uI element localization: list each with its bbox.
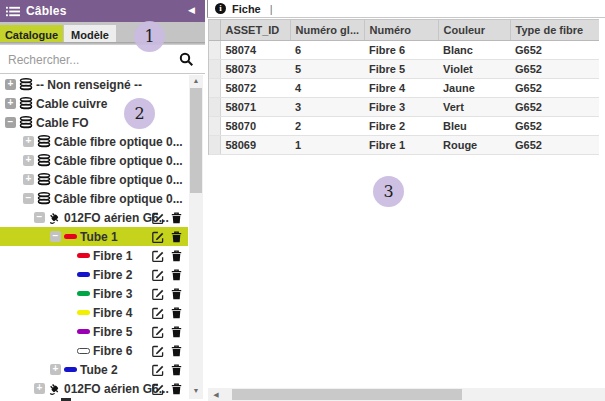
table-row[interactable]: 580702Fibre 2BleuG652 (209, 117, 599, 136)
partial-tree-item (61, 398, 71, 401)
dash-icon (64, 234, 77, 239)
delete-icon[interactable] (171, 250, 182, 262)
expand-node-icon[interactable]: + (34, 383, 45, 394)
table-cell: G652 (510, 41, 599, 60)
column-header[interactable]: Numéro (364, 20, 438, 41)
delete-icon[interactable] (171, 307, 182, 319)
table-row[interactable]: 580713Fibre 3VertG652 (209, 98, 599, 117)
scroll-up-icon[interactable]: ▲ (189, 75, 203, 87)
delete-icon[interactable] (171, 345, 182, 357)
collapse-panel-icon[interactable]: ◀ (188, 5, 195, 15)
tree-item[interactable]: +Câble fibre optique 0... (0, 170, 188, 189)
tree-item[interactable]: −012FO aérien G6... (0, 208, 188, 227)
tree-item[interactable]: Fibre 4 (0, 303, 188, 322)
collapse-node-icon[interactable]: − (34, 212, 45, 223)
table-row[interactable]: 580746Fibre 6BlancG652 (209, 41, 599, 60)
horizontal-scrollbar[interactable]: ◀ (208, 388, 605, 401)
item-actions (152, 322, 182, 341)
table-row[interactable]: 580735Fibre 5VioletG652 (209, 60, 599, 79)
delete-icon[interactable] (171, 364, 182, 376)
edit-icon[interactable] (152, 307, 164, 319)
column-header[interactable]: Type de fibre (510, 20, 599, 41)
tree-item[interactable]: +Cable cuivre (0, 94, 188, 113)
expand-node-icon[interactable]: + (5, 79, 16, 90)
tree-item[interactable]: Fibre 5 (0, 322, 188, 341)
collapse-node-icon[interactable]: − (5, 117, 16, 128)
item-actions (152, 341, 182, 360)
tree-scrollbar[interactable]: ▲ ▼ (189, 75, 203, 399)
column-header[interactable]: Couleur (438, 20, 510, 41)
tree-item[interactable]: Fibre 1 (0, 246, 188, 265)
table-cell: Bleu (438, 117, 510, 136)
tree-item[interactable]: +Câble fibre optique 0... (0, 132, 188, 151)
edit-icon[interactable] (152, 288, 164, 300)
tree-item[interactable]: +Tube 2 (0, 360, 188, 379)
delete-icon[interactable] (171, 212, 182, 224)
column-header[interactable]: Numéro gl... (290, 20, 364, 41)
table-cell: G652 (510, 136, 599, 155)
coil-icon (19, 116, 33, 130)
list-icon (6, 6, 20, 17)
panel-title: Câbles (26, 4, 67, 18)
edit-icon[interactable] (152, 345, 164, 357)
info-icon: i (215, 3, 226, 14)
edit-icon[interactable] (152, 383, 164, 395)
tree-item[interactable]: −Cable FO (0, 113, 188, 132)
expand-node-icon[interactable]: + (50, 364, 61, 375)
cable-catalog-app: Câbles ◀ Catalogue Modèle +-- Non rensei… (0, 0, 605, 401)
tree-item-label: Fibre 6 (93, 344, 132, 358)
collapse-node-icon[interactable]: − (50, 231, 61, 242)
detail-panel: i Fiche | ASSET_IDNuméro gl...NuméroCoul… (207, 0, 605, 401)
delete-icon[interactable] (171, 383, 182, 395)
edit-icon[interactable] (152, 231, 164, 243)
coil-icon (37, 173, 51, 187)
table-row[interactable]: 580691Fibre 1RougeG652 (209, 136, 599, 155)
table-row[interactable]: 580724Fibre 4JauneG652 (209, 79, 599, 98)
item-actions (152, 208, 182, 227)
tree-item[interactable]: +-- Non renseigné -- (0, 75, 188, 94)
row-selector-cell[interactable] (209, 98, 220, 117)
search-input[interactable] (0, 53, 179, 67)
scroll-left-icon[interactable]: ◀ (210, 388, 222, 401)
row-selector-cell[interactable] (209, 136, 220, 155)
expand-node-icon[interactable]: + (23, 174, 34, 185)
tab-bar: Catalogue Modèle (0, 22, 205, 45)
scroll-down-icon[interactable]: ▼ (189, 385, 203, 397)
edit-icon[interactable] (152, 269, 164, 281)
edit-icon[interactable] (152, 364, 164, 376)
edit-icon[interactable] (152, 212, 164, 224)
fiche-tab-bar[interactable]: i Fiche | (207, 0, 605, 18)
horizontal-scrollbar-thumb[interactable] (232, 389, 462, 400)
tree-item[interactable]: −Tube 1 (0, 227, 188, 246)
search-icon[interactable] (179, 52, 197, 67)
row-selector-cell[interactable] (209, 41, 220, 60)
expand-node-icon[interactable]: + (23, 136, 34, 147)
table-cell: Fibre 2 (364, 117, 438, 136)
collapse-node-icon[interactable]: − (23, 193, 34, 204)
row-selector-cell[interactable] (209, 117, 220, 136)
expand-node-icon[interactable]: + (5, 98, 16, 109)
column-header[interactable]: ASSET_ID (220, 20, 290, 41)
tree-item[interactable]: Fibre 3 (0, 284, 188, 303)
tree-item-label: Fibre 3 (93, 287, 132, 301)
table-cell: 58072 (220, 79, 290, 98)
edit-icon[interactable] (152, 250, 164, 262)
table-cell: Fibre 5 (364, 60, 438, 79)
expand-node-icon[interactable]: + (23, 155, 34, 166)
table-cell: G652 (510, 60, 599, 79)
delete-icon[interactable] (171, 231, 182, 243)
tree-item[interactable]: Fibre 6 (0, 341, 188, 360)
row-selector-cell[interactable] (209, 79, 220, 98)
coil-icon (37, 135, 51, 149)
tree-item[interactable]: +012FO aérien G6... (0, 379, 188, 398)
tree-scrollbar-thumb[interactable] (190, 88, 202, 193)
table-cell: Fibre 6 (364, 41, 438, 60)
delete-icon[interactable] (171, 288, 182, 300)
row-selector-cell[interactable] (209, 60, 220, 79)
tree-item[interactable]: +Câble fibre optique 0... (0, 151, 188, 170)
edit-icon[interactable] (152, 326, 164, 338)
tree-item[interactable]: −Câble fibre optique 0... (0, 189, 188, 208)
tree-item[interactable]: Fibre 2 (0, 265, 188, 284)
delete-icon[interactable] (171, 326, 182, 338)
delete-icon[interactable] (171, 269, 182, 281)
